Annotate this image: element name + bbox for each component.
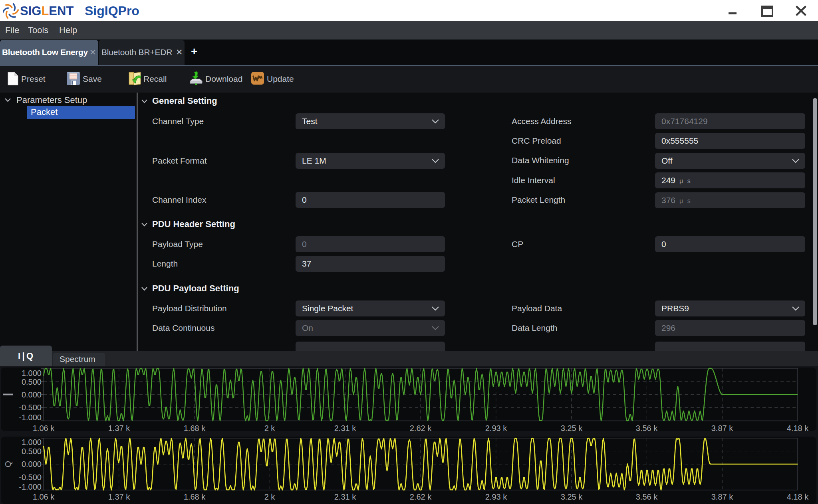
svg-text:2.62 k: 2.62 k [410,492,432,501]
svg-text:-0.500: -0.500 [19,473,42,482]
svg-text:3.25 k: 3.25 k [561,424,583,433]
svg-text:4.18 k: 4.18 k [787,492,809,501]
svg-text:2 k: 2 k [264,492,276,501]
svg-text:3.56 k: 3.56 k [636,424,658,433]
svg-text:3.87 k: 3.87 k [711,492,733,501]
svg-text:4.18 k: 4.18 k [787,424,809,433]
svg-text:1.68 k: 1.68 k [184,424,206,433]
svg-text:1.06 k: 1.06 k [33,424,55,433]
svg-text:-1.000: -1.000 [19,482,42,491]
svg-text:3.25 k: 3.25 k [561,492,583,501]
svg-text:1.000: 1.000 [22,369,42,378]
svg-text:3.56 k: 3.56 k [636,492,658,501]
svg-text:2 k: 2 k [264,424,276,433]
svg-text:1.37 k: 1.37 k [108,424,130,433]
svg-text:Q: Q [3,461,12,467]
svg-text:2.93 k: 2.93 k [485,424,507,433]
svg-text:-0.500: -0.500 [19,403,42,412]
svg-text:2.93 k: 2.93 k [485,492,507,501]
svg-text:0.000: 0.000 [22,460,42,468]
svg-text:0.500: 0.500 [22,378,42,386]
svg-text:0.000: 0.000 [22,390,42,399]
svg-text:3.87 k: 3.87 k [711,424,733,433]
svg-text:1.68 k: 1.68 k [184,492,206,501]
svg-text:2.31 k: 2.31 k [334,492,356,501]
svg-text:2.62 k: 2.62 k [410,424,432,433]
svg-text:1.06 k: 1.06 k [33,492,55,501]
svg-text:0.500: 0.500 [22,447,42,456]
svg-text:1.000: 1.000 [22,438,42,447]
svg-text:-1.000: -1.000 [19,413,42,422]
svg-text:2.31 k: 2.31 k [334,424,356,433]
svg-text:1.37 k: 1.37 k [108,492,130,501]
